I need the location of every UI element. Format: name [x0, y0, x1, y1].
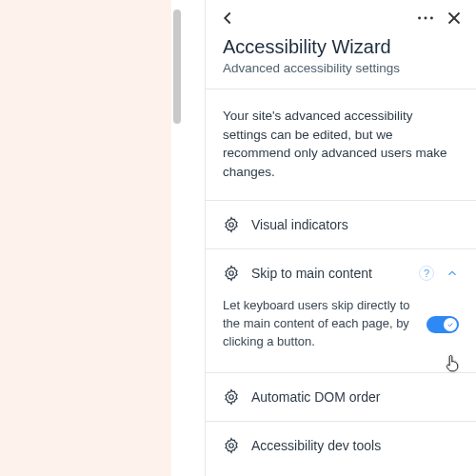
- panel-subtitle: Advanced accessibility settings: [223, 61, 459, 75]
- gear-icon: [223, 437, 240, 454]
- svg-point-7: [229, 395, 234, 400]
- chevron-left-icon: [217, 8, 238, 29]
- section-label: Skip to main content: [251, 266, 407, 281]
- gear-icon: [223, 388, 240, 406]
- more-horizontal-icon: [415, 8, 436, 29]
- section-label: Visual indicators: [251, 217, 459, 232]
- help-icon[interactable]: ?: [419, 266, 434, 281]
- svg-point-1: [425, 17, 427, 20]
- panel-top-actions: [415, 8, 465, 29]
- skip-main-toggle[interactable]: [426, 316, 459, 333]
- back-button[interactable]: [217, 8, 238, 29]
- skip-main-description: Let keyboard users skip directly to the …: [223, 297, 413, 351]
- scrollbar-thumb[interactable]: [173, 10, 181, 124]
- svg-point-6: [229, 271, 234, 276]
- close-button[interactable]: [444, 8, 465, 29]
- section-dev-tools[interactable]: Accessibility dev tools: [206, 422, 476, 469]
- section-label: Automatic DOM order: [251, 389, 459, 405]
- svg-point-8: [229, 444, 234, 448]
- svg-point-2: [430, 17, 433, 20]
- svg-point-5: [229, 223, 234, 228]
- canvas-background: [0, 0, 171, 476]
- section-label: Accessibility dev tools: [251, 438, 459, 453]
- panel-title: Accessibility Wizard: [223, 36, 459, 58]
- scrollbar-track[interactable]: [173, 0, 183, 476]
- panel-top-bar: [206, 0, 476, 32]
- gear-icon: [223, 216, 240, 233]
- intro-text: Your site's advanced accessibility setti…: [206, 89, 476, 200]
- section-dom-order[interactable]: Automatic DOM order: [206, 373, 476, 421]
- toggle-knob: [444, 318, 457, 331]
- section-visual-indicators[interactable]: Visual indicators: [206, 201, 476, 248]
- svg-point-0: [418, 17, 421, 20]
- accessibility-panel: Accessibility Wizard Advanced accessibil…: [205, 0, 476, 476]
- app-stage: Accessibility Wizard Advanced accessibil…: [0, 0, 476, 476]
- gear-icon: [223, 265, 240, 282]
- section-skip-main[interactable]: Skip to main content ?: [206, 249, 476, 297]
- more-button[interactable]: [415, 8, 436, 29]
- section-skip-main-body: Let keyboard users skip directly to the …: [206, 297, 476, 372]
- chevron-up-icon: [446, 267, 459, 280]
- close-icon: [444, 8, 465, 29]
- panel-header: Accessibility Wizard Advanced accessibil…: [206, 32, 476, 89]
- scroll-gutter: [171, 0, 205, 476]
